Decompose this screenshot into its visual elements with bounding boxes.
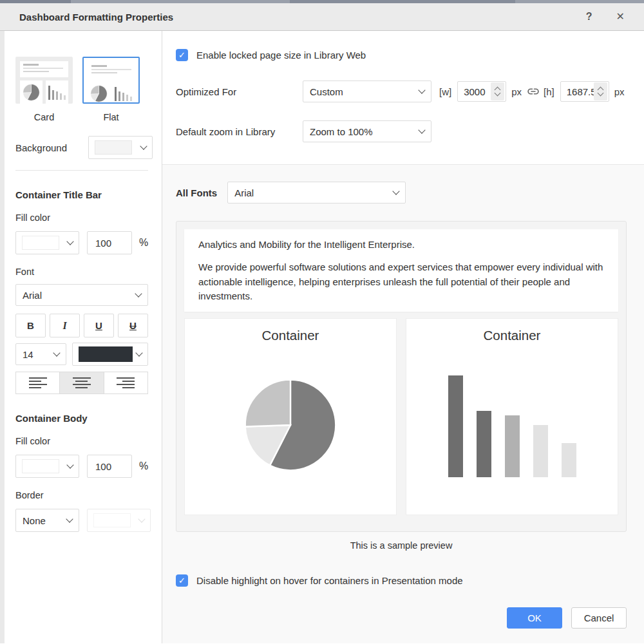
dialog-left-edge (0, 31, 5, 643)
preview-caption: This is a sample preview (176, 540, 627, 551)
spinner-arrows-icon[interactable] (594, 82, 607, 100)
background-color-swatch (95, 140, 132, 155)
mini-pie-icon (90, 85, 108, 102)
titlebar-font-select[interactable]: Arial (15, 284, 148, 306)
page-size-section: Enable locked page size in Library Web O… (162, 31, 644, 164)
font-label: Font (15, 267, 153, 277)
border-style-select[interactable]: None (15, 509, 79, 532)
bold-button[interactable]: B (15, 314, 46, 337)
container-title-bar-heading: Container Title Bar (15, 189, 153, 200)
bar-chart (406, 375, 618, 477)
thumb-header-lines (20, 61, 68, 77)
mini-pie-icon (23, 84, 40, 101)
chevron-down-icon (138, 515, 145, 522)
background-color-select[interactable] (88, 136, 153, 159)
chevron-down-icon (393, 187, 400, 194)
align-right-icon (117, 377, 135, 388)
mini-bars-icon (115, 86, 132, 101)
dialog-title-bar: Dashboard Formatting Properties ? ✕ (0, 3, 644, 31)
optimized-for-value: Custom (310, 86, 343, 97)
help-icon[interactable]: ? (586, 12, 592, 22)
width-bracket-label: [w] (439, 86, 451, 97)
spinner-arrows-icon[interactable] (491, 82, 504, 100)
fill-color-label: Fill color (15, 436, 153, 446)
cancel-button[interactable]: Cancel (571, 607, 627, 629)
mini-bars-icon (48, 84, 66, 100)
chevron-down-icon (418, 126, 425, 133)
percent-label: % (139, 237, 148, 249)
fonts-preview-section: All Fonts Arial Analytics and Mobility f… (162, 164, 644, 643)
locked-page-checkbox[interactable] (176, 49, 188, 61)
dialog-title: Dashboard Formatting Properties (19, 12, 173, 23)
align-left-button[interactable] (15, 372, 60, 394)
default-zoom-value: Zoom to 100% (310, 126, 373, 137)
italic-button[interactable]: I (50, 314, 80, 337)
preview-container-pie: Container (184, 318, 397, 515)
all-fonts-select[interactable]: Arial (227, 182, 406, 204)
width-input[interactable] (464, 86, 491, 97)
thumb-header-lines (88, 62, 134, 79)
preview-body-text: We provide powerful software solutions a… (198, 260, 604, 304)
titlebar-fill-color-select[interactable] (15, 231, 79, 254)
chevron-down-icon (66, 238, 73, 245)
all-fonts-label: All Fonts (176, 187, 217, 198)
font-color-select[interactable] (72, 343, 148, 366)
container-title: Container (185, 328, 396, 343)
border-style-value: None (23, 515, 46, 526)
default-zoom-label: Default zoom in Library (176, 126, 303, 137)
border-color-select (87, 509, 151, 532)
body-fill-opacity-input[interactable] (87, 455, 132, 478)
height-bracket-label: [h] (544, 86, 554, 97)
sample-preview: Analytics and Mobility for the Intellige… (176, 221, 627, 532)
titlebar-fill-opacity-input[interactable] (87, 231, 132, 254)
px-label: px (511, 86, 522, 97)
chevron-down-icon (135, 290, 142, 297)
optimized-for-label: Optimized For (176, 86, 303, 97)
align-center-button[interactable] (59, 372, 104, 394)
chevron-down-icon (135, 349, 142, 356)
fill-color-label: Fill color (15, 213, 153, 223)
style-option-card[interactable] (15, 57, 73, 104)
style-label-card: Card (15, 112, 73, 122)
disable-highlight-checkbox[interactable] (176, 574, 188, 587)
preview-intro-line: Analytics and Mobility for the Intellige… (198, 239, 604, 250)
preview-container-bars: Container (406, 318, 618, 515)
chevron-down-icon (53, 349, 60, 356)
font-color-swatch (79, 346, 133, 362)
style-label-flat: Flat (82, 112, 140, 122)
align-right-button[interactable] (104, 372, 148, 394)
font-size-value: 14 (23, 349, 33, 360)
close-icon[interactable]: ✕ (616, 12, 625, 22)
chevron-down-icon (418, 86, 425, 93)
width-spinner[interactable] (457, 81, 506, 102)
body-fill-color-swatch (22, 459, 59, 473)
titlebar-font-value: Arial (23, 290, 42, 301)
font-size-select[interactable]: 14 (15, 343, 66, 365)
pie-chart (242, 377, 339, 473)
chevron-down-icon (66, 515, 73, 522)
chevron-down-icon (66, 461, 73, 468)
locked-page-label: Enable locked page size in Library Web (196, 50, 366, 61)
format-sidebar: Card Flat Background Container Title Bar… (5, 31, 162, 643)
ok-button[interactable]: OK (507, 607, 562, 629)
body-fill-color-select[interactable] (15, 455, 79, 478)
style-option-flat[interactable] (82, 57, 140, 104)
align-left-icon (29, 377, 47, 388)
strikethrough-button[interactable]: U (118, 314, 148, 337)
align-center-icon (73, 377, 91, 388)
link-icon[interactable] (527, 86, 539, 97)
height-spinner[interactable] (560, 81, 609, 102)
all-fonts-value: Arial (234, 187, 254, 198)
border-color-swatch (93, 513, 131, 527)
default-zoom-select[interactable]: Zoom to 100% (303, 120, 431, 142)
height-input[interactable] (567, 86, 594, 97)
disable-highlight-label: Disable highlight on hover for container… (196, 575, 463, 586)
container-body-heading: Container Body (15, 413, 153, 424)
chevron-down-icon (140, 142, 147, 149)
titlebar-fill-color-swatch (22, 236, 59, 250)
preview-text-card: Analytics and Mobility for the Intellige… (184, 229, 618, 312)
underline-button[interactable]: U (84, 314, 114, 337)
optimized-for-select[interactable]: Custom (303, 80, 431, 102)
background-label: Background (15, 142, 67, 153)
border-label: Border (15, 490, 153, 500)
